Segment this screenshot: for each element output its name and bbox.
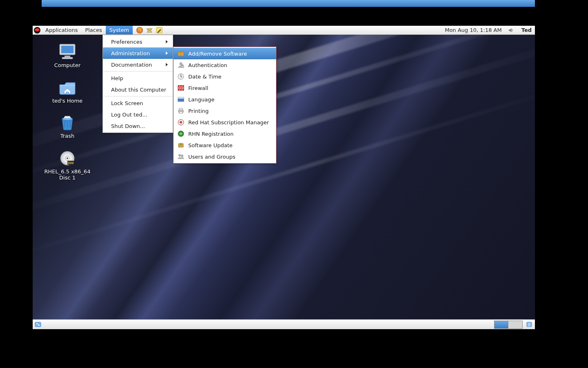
menu-item-label: Help [111,75,123,81]
menu-applications[interactable]: Applications [42,26,81,34]
printer-icon [177,107,185,115]
menu-item-label: Firewall [188,85,208,91]
admin-language[interactable]: Language [174,94,276,105]
desktop-icon-label: ted's Home [52,98,82,104]
svg-rect-22 [61,46,74,53]
bottom-panel [33,319,535,329]
home-folder-icon [58,79,77,96]
menu-item-label: About this Computer [111,87,166,93]
menu-system[interactable]: System [106,26,133,34]
system-menu-about[interactable]: About this Computer [103,84,173,95]
menu-item-label: Shut Down... [111,123,145,129]
menu-item-label: Administration [111,50,150,56]
top-panel-left: Applications Places System [33,26,166,34]
language-icon [177,95,185,103]
system-menu-dropdown: Preferences Administration Documentation [102,35,173,133]
user-menu[interactable]: Ted [519,27,532,33]
menu-item-label: RHN Registration [188,131,234,137]
svg-point-28 [67,157,68,159]
menu-separator [103,96,173,96]
administration-submenu: Add/Remove Software Authentication Date … [173,47,276,164]
chevron-right-icon [165,63,169,67]
system-menu-administration[interactable]: Administration [103,47,173,59]
svg-text:DVD: DVD [68,161,74,164]
firefox-icon[interactable] [136,27,143,34]
svg-point-19 [179,155,181,157]
svg-rect-11 [178,97,184,99]
clock[interactable]: Mon Aug 10, 1:18 AM [443,27,503,33]
admin-software-update[interactable]: Software Update [174,139,276,151]
system-menu-lock-screen[interactable]: Lock Screen [103,97,173,109]
admin-firewall[interactable]: Firewall [174,82,276,94]
chevron-right-icon [165,51,169,55]
computer-icon [58,43,77,61]
chevron-right-icon [165,40,169,44]
desktop-frame: Applications Places System [33,26,535,329]
volume-icon[interactable] [508,27,515,34]
menu-item-label: Date & Time [188,74,221,80]
trash-icon [58,114,77,132]
system-menu-preferences[interactable]: Preferences [103,36,173,47]
svg-rect-14 [179,112,183,113]
top-panel-right: Mon Aug 10, 1:18 AM Ted [443,26,535,34]
menu-item-label: Lock Screen [111,100,143,106]
desktop-icon-label: Computer [54,62,81,69]
users-groups-icon [177,153,185,161]
svg-rect-33 [38,324,40,326]
dvd-disc-icon: DVD [58,149,77,167]
launcher-icons [133,26,166,34]
clock-icon [177,72,185,81]
desktop-icon-home[interactable]: ted's Home [41,79,94,104]
menu-item-label: Software Update [188,142,233,148]
workspace-2[interactable] [508,321,522,328]
svg-rect-23 [65,56,70,57]
menu-item-label: Printing [188,108,209,114]
desktop-icon-dvd[interactable]: DVD RHEL_6.5 x86_64 Disc 1 [41,149,94,181]
workspace-1[interactable] [494,321,508,328]
system-menu-logout[interactable]: Log Out ted... [103,109,173,120]
notes-icon[interactable] [156,27,163,34]
subscription-icon [177,118,185,126]
desktop-icon-computer[interactable]: Computer [41,43,94,69]
admin-rhn-registration[interactable]: RHN Registration [174,128,276,139]
svg-point-1 [35,29,39,30]
menu-places[interactable]: Places [81,26,105,34]
workspace-switcher [494,321,523,329]
admin-subscription-manager[interactable]: Red Hat Subscription Manager [174,117,276,128]
admin-add-remove-software[interactable]: Add/Remove Software [174,48,276,59]
admin-authentication[interactable]: Authentication [174,59,276,71]
svg-point-20 [181,155,183,157]
svg-rect-13 [179,108,183,110]
menu-item-label: Log Out ted... [111,112,147,118]
menu-item-label: Red Hat Subscription Manager [188,119,269,126]
desktop-icon-label: RHEL_6.5 x86_64 Disc 1 [41,168,94,181]
trash-applet-icon[interactable] [526,321,533,328]
authentication-icon [177,61,185,69]
system-menu-help[interactable]: Help [103,72,173,84]
firewall-icon [177,84,185,92]
menu-item-label: Preferences [111,39,142,45]
menu-item-label: Add/Remove Software [188,51,247,57]
desktop-icons: Computer ted's Home [41,43,94,191]
show-desktop-button[interactable] [33,320,42,329]
email-icon[interactable] [146,27,153,34]
software-update-icon [177,141,185,149]
svg-point-5 [180,63,182,65]
admin-printing[interactable]: Printing [174,105,276,117]
system-menu-documentation[interactable]: Documentation [103,59,173,70]
svg-point-16 [180,121,182,123]
browser-titlebar-remnant [42,0,535,7]
menu-item-label: Documentation [111,62,152,68]
rhn-icon [177,130,185,138]
outer-black-background: Applications Places System [0,0,588,368]
distro-logo-icon[interactable] [33,26,42,34]
admin-date-time[interactable]: Date & Time [174,71,276,82]
system-menu-shutdown[interactable]: Shut Down... [103,120,173,132]
admin-users-groups[interactable]: Users and Groups [174,151,276,162]
desktop-icon-trash[interactable]: Trash [41,114,94,139]
package-icon [177,49,185,58]
menu-item-label: Authentication [188,62,227,68]
desktop-icon-label: Trash [60,133,74,139]
menu-item-label: Language [188,96,214,103]
menu-item-label: Users and Groups [188,154,235,160]
